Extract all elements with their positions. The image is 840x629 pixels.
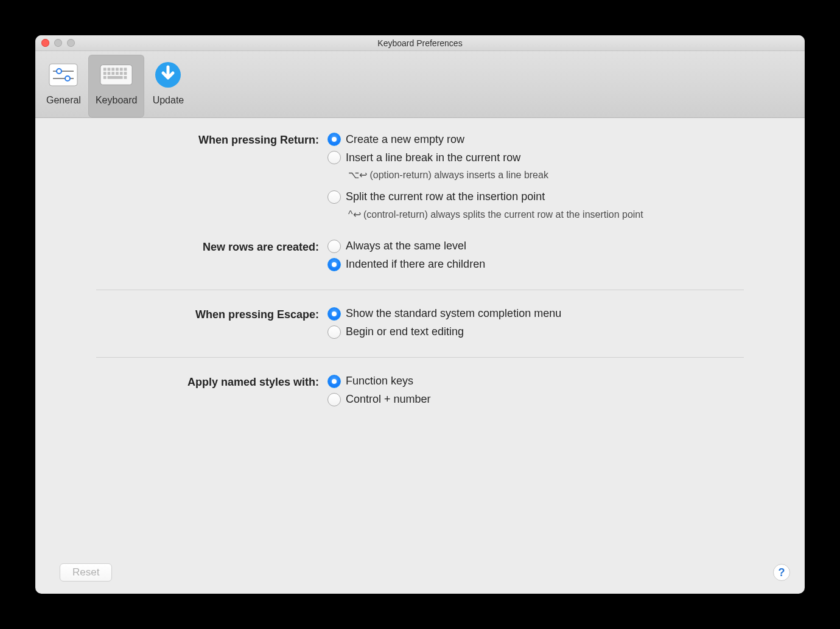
hint-control-return: ^↩ (control-return) always splits the cu… [348, 209, 689, 221]
reset-button[interactable]: Reset [60, 563, 112, 582]
preferences-window: Keyboard Preferences General [35, 35, 805, 594]
svg-point-2 [57, 69, 61, 74]
label-named-styles: Apply named styles with: [96, 375, 327, 389]
keyboard-icon [100, 58, 133, 91]
svg-rect-7 [108, 68, 111, 71]
radio-styles-function-keys[interactable]: Function keys [327, 375, 744, 388]
divider [96, 290, 744, 290]
traffic-lights [41, 39, 75, 47]
svg-rect-17 [124, 72, 127, 75]
content-area: When pressing Return: Create a new empty… [35, 118, 805, 557]
svg-rect-20 [124, 76, 127, 79]
radio-icon [327, 133, 341, 146]
svg-rect-9 [116, 68, 119, 71]
tool-update[interactable]: Update [144, 55, 192, 117]
radio-label: Insert a line break in the current row [346, 151, 520, 164]
tool-label: Keyboard [96, 95, 138, 106]
svg-rect-13 [108, 72, 111, 75]
window-title: Keyboard Preferences [35, 35, 805, 51]
radio-icon [327, 375, 341, 388]
sliders-icon [47, 58, 80, 91]
radio-return-new-row[interactable]: Create a new empty row [327, 133, 744, 146]
tool-keyboard[interactable]: Keyboard [88, 55, 145, 117]
radio-return-line-break[interactable]: Insert a line break in the current row [327, 151, 744, 164]
titlebar: Keyboard Preferences [35, 35, 805, 51]
svg-rect-16 [120, 72, 123, 75]
label-new-rows: New rows are created: [96, 240, 327, 254]
svg-rect-19 [108, 76, 123, 79]
radio-label: Indented if there are children [346, 258, 485, 271]
radio-icon [327, 393, 341, 406]
divider [96, 357, 744, 358]
help-button[interactable]: ? [773, 564, 790, 581]
radio-newrows-same-level[interactable]: Always at the same level [327, 240, 744, 253]
radio-return-split-row[interactable]: Split the current row at the insertion p… [327, 190, 744, 204]
radio-icon [327, 240, 341, 253]
radio-label: Function keys [346, 375, 413, 387]
label-return: When pressing Return: [96, 133, 327, 147]
hint-option-return: ⌥↩ (option-return) always inserts a line… [348, 169, 689, 182]
svg-rect-0 [49, 64, 77, 86]
radio-icon [327, 190, 341, 204]
svg-point-4 [65, 76, 70, 81]
svg-rect-8 [111, 68, 114, 71]
radio-label: Split the current row at the insertion p… [346, 190, 545, 203]
radio-icon [327, 151, 341, 164]
radio-escape-text-editing[interactable]: Begin or end text editing [327, 325, 744, 339]
svg-rect-18 [103, 76, 107, 79]
tool-general[interactable]: General [39, 55, 88, 117]
radio-icon [327, 307, 341, 321]
radio-icon [327, 258, 341, 271]
zoom-window-button[interactable] [67, 39, 75, 47]
radio-label: Create a new empty row [346, 133, 464, 146]
svg-rect-11 [124, 68, 127, 71]
radio-label: Control + number [346, 393, 431, 406]
svg-rect-14 [111, 72, 114, 75]
toolbar: General Keyboard [35, 51, 805, 118]
close-window-button[interactable] [41, 39, 49, 47]
label-escape: When pressing Escape: [96, 307, 327, 321]
bottom-bar: Reset ? [35, 557, 805, 594]
radio-label: Begin or end text editing [346, 325, 464, 338]
svg-rect-12 [103, 72, 107, 75]
radio-escape-completion-menu[interactable]: Show the standard system completion menu [327, 307, 744, 321]
svg-rect-6 [103, 68, 107, 71]
minimize-window-button[interactable] [54, 39, 62, 47]
tool-label: Update [153, 95, 184, 106]
radio-styles-control-number[interactable]: Control + number [327, 393, 744, 406]
radio-icon [327, 325, 341, 339]
radio-label: Show the standard system completion menu [346, 307, 561, 320]
download-arrow-icon [152, 58, 184, 91]
svg-rect-15 [116, 72, 119, 75]
radio-newrows-indented[interactable]: Indented if there are children [327, 258, 744, 271]
radio-label: Always at the same level [346, 240, 466, 252]
tool-label: General [46, 95, 81, 106]
svg-rect-10 [120, 68, 123, 71]
